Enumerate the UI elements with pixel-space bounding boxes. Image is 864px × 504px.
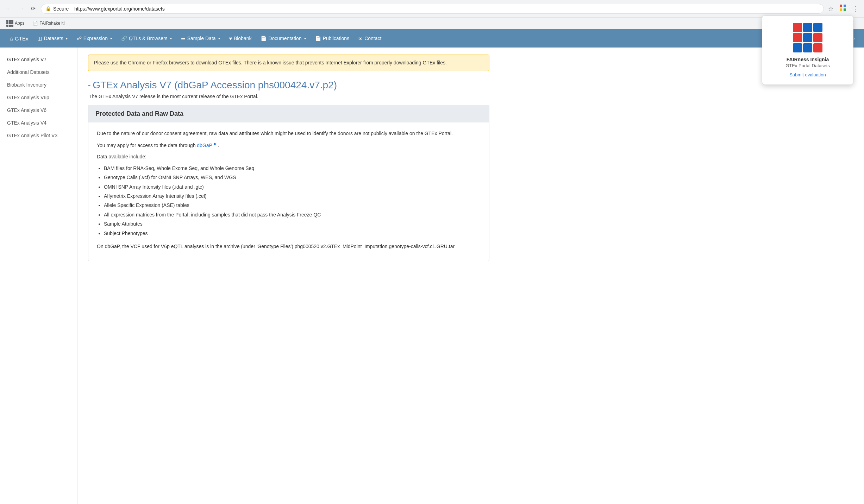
section-description: The GTEx Analysis V7 release is the most… [88,94,489,99]
sidebar-item-v4[interactable]: GTEx Analysis V4 [0,116,77,129]
warning-bar: Please use the Chrome or Firefox browser… [88,55,489,71]
sidebar-item-biobank[interactable]: Biobank Inventory [0,78,77,91]
list-item: All expression matrices from the Portal,… [104,211,481,219]
nav-item-biobank[interactable]: ♥ Biobank [225,33,256,44]
warning-text: Please use the Chrome or Firefox browser… [94,60,447,65]
url-full: https://www.gtexportal.org/home/datasets [74,6,165,12]
fairness-cell-7 [803,43,812,52]
address-bar[interactable]: 🔒 Secure https://www.gtexportal.org/home… [41,4,824,14]
svg-rect-1 [844,5,846,7]
fairness-cell-0 [793,23,802,32]
protected-box-body: Due to the nature of our donor consent a… [88,122,489,261]
list-item: Subject Phenotypes [104,229,481,237]
nav-publications-label: Publications [323,36,350,41]
nav-item-publications[interactable]: 📄 Publications [311,33,354,44]
nav-home-label: GTEx [15,36,28,42]
nav-item-qtls[interactable]: 🔗 QTLs & Browsers [117,33,176,44]
svg-rect-3 [844,8,846,11]
sidebar-item-additional[interactable]: Additional Datasets [0,66,77,78]
content-area: Please use the Chrome or Firefox browser… [77,48,500,504]
sidebar-item-v6p-label: GTEx Analysis V6p [7,95,49,100]
sidebar-item-v6p[interactable]: GTEx Analysis V6p [0,91,77,104]
sidebar-item-biobank-label: Biobank Inventory [7,82,46,88]
fairness-title: FAIRness Insignia [771,57,845,62]
url-text: Secure https://www.gtexportal.org/home/d… [53,6,819,12]
consent-text: Due to the nature of our donor consent a… [97,130,481,137]
fairness-cell-5 [813,33,822,42]
nav-item-documentation[interactable]: 📄 Documentation [256,33,310,44]
list-item: BAM files for RNA-Seq, Whole Exome Seq, … [104,164,481,172]
browser-toolbar: ← → ⟳ 🔒 Secure https://www.gtexportal.or… [0,0,864,17]
submit-evaluation-link[interactable]: Submit evaluation [789,72,826,77]
back-button[interactable]: ← [4,4,14,14]
fairness-cell-3 [793,33,802,42]
sidebar-item-pilot[interactable]: GTEx Analysis Pilot V3 [0,129,77,142]
lock-icon: 🔒 [45,6,51,11]
nav-qtls-label: QTLs & Browsers [129,36,168,41]
section-title: GTEx Analysis V7 (dbGaP Accession phs000… [93,80,337,91]
fairness-cell-6 [793,43,802,52]
qtls-icon: 🔗 [121,36,127,41]
fairness-subtitle: GTEx Portal Datasets [771,63,845,68]
sample-data-icon: ⚌ [181,36,186,41]
nav-contact-label: Contact [364,36,381,41]
section-heading: - GTEx Analysis V7 (dbGaP Accession phs0… [88,80,489,91]
more-options-button[interactable]: ⋮ [851,4,860,14]
reload-button[interactable]: ⟳ [28,4,38,14]
sidebar-item-v6[interactable]: GTEx Analysis V6 [0,104,77,116]
nav-home[interactable]: ⌂ GTEx [6,33,32,44]
external-link-icon: ▶ [214,141,217,146]
sidebar-item-v7[interactable]: GTEx Analysis V7 [0,53,77,66]
fairness-cell-4 [803,33,812,42]
fairness-cell-1 [803,23,812,32]
available-label: Data available include: [97,153,481,160]
home-icon: ⌂ [10,36,13,42]
nav-item-expression[interactable]: ☍ Expression [73,33,116,44]
apps-grid-button[interactable] [838,3,848,14]
bookmark-star-button[interactable]: ☆ [827,4,835,14]
apply-text: You may apply for access to the data thr… [97,141,481,149]
nav-documentation-label: Documentation [268,36,301,41]
bookmarks-bar: Apps 📄 FAIRshake it! [0,17,864,29]
fairness-cell-2 [813,23,822,32]
publications-icon: 📄 [315,36,321,41]
sidebar: GTEx Analysis V7 Additional Datasets Bio… [0,48,77,504]
main-layout: GTEx Analysis V7 Additional Datasets Bio… [0,48,864,504]
fairshake-bookmark[interactable]: 📄 FAIRshake it! [31,20,67,26]
url-path: /home/datasets [131,6,165,12]
sidebar-item-additional-label: Additional Datasets [7,69,50,75]
nav-datasets-label: Datasets [44,36,63,41]
apps-bookmark[interactable]: Apps [4,19,26,27]
dbgap-link[interactable]: dbGaP [197,143,212,148]
sidebar-item-v6-label: GTEx Analysis V6 [7,107,46,113]
fairness-cell-8 [813,43,822,52]
nav-item-contact[interactable]: ✉ Contact [354,33,386,44]
protected-data-box: Protected Data and Raw Data Due to the n… [88,105,489,261]
url-domain: www.gtexportal.org [89,6,131,12]
contact-icon: ✉ [358,36,363,41]
list-item: Sample Attributes [104,220,481,228]
page-icon: 📄 [33,21,38,26]
nav-item-sample-data[interactable]: ⚌ Sample Data [177,33,224,44]
apply-text-after: . [218,143,219,148]
datasets-icon: ◫ [37,36,42,41]
collapse-button[interactable]: - [88,81,90,89]
nav-expression-label: Expression [83,36,108,41]
protected-box-header: Protected Data and Raw Data [88,105,489,122]
documentation-icon: 📄 [261,36,267,41]
apps-grid-icon [6,20,13,27]
nav-buttons: ← → ⟳ [4,4,38,14]
data-items-list: BAM files for RNA-Seq, Whole Exome Seq, … [104,164,481,237]
biobank-icon: ♥ [229,36,232,41]
nav-item-datasets[interactable]: ◫ Datasets [33,33,71,44]
expression-icon: ☍ [77,36,82,41]
browser-chrome: ← → ⟳ 🔒 Secure https://www.gtexportal.or… [0,0,864,29]
nav-biobank-label: Biobank [234,36,252,41]
apps-label: Apps [15,21,24,26]
apply-text-before: You may apply for access to the data thr… [97,143,197,148]
fairshake-label: FAIRshake it! [39,21,64,26]
url-secure: Secure [53,6,69,12]
vcf-note: On dbGaP, the VCF used for V6p eQTL anal… [97,243,481,250]
list-item: Affymetrix Expression Array Intensity fi… [104,192,481,200]
forward-button[interactable]: → [16,4,26,14]
